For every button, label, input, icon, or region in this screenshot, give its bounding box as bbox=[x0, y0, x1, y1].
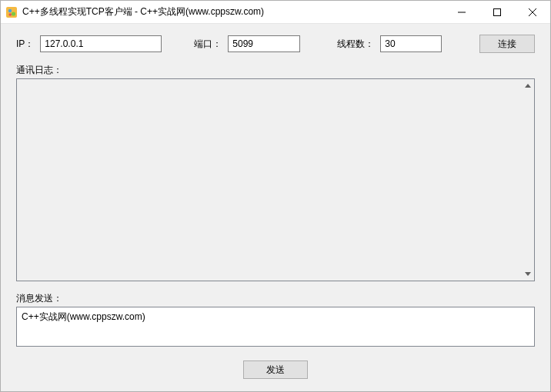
log-textarea[interactable] bbox=[16, 78, 535, 281]
port-input[interactable] bbox=[228, 35, 300, 52]
client-area: IP： 端口： 线程数： 连接 通讯日志： 消息发送： bbox=[1, 24, 550, 391]
maximize-button[interactable] bbox=[479, 1, 515, 23]
app-icon bbox=[5, 6, 18, 18]
port-label: 端口： bbox=[194, 38, 222, 51]
close-button[interactable] bbox=[515, 1, 550, 23]
log-section-label: 通讯日志： bbox=[16, 64, 535, 77]
window-controls bbox=[444, 1, 550, 23]
svg-point-2 bbox=[12, 12, 15, 15]
threads-input[interactable] bbox=[380, 35, 442, 52]
connect-button[interactable]: 连接 bbox=[479, 35, 535, 53]
log-container bbox=[16, 78, 535, 281]
svg-point-1 bbox=[8, 8, 12, 12]
minimize-button[interactable] bbox=[444, 1, 479, 23]
message-section-label: 消息发送： bbox=[16, 292, 535, 305]
svg-rect-0 bbox=[6, 7, 17, 18]
window-title: C++多线程实现TCP客户端 - C++实战网(www.cppszw.com) bbox=[22, 5, 444, 18]
send-button[interactable]: 发送 bbox=[243, 360, 308, 379]
send-row: 发送 bbox=[16, 360, 535, 379]
svg-point-3 bbox=[8, 13, 12, 16]
titlebar: C++多线程实现TCP客户端 - C++实战网(www.cppszw.com) bbox=[1, 1, 550, 24]
ip-input[interactable] bbox=[40, 35, 162, 52]
svg-rect-5 bbox=[494, 8, 501, 15]
threads-label: 线程数： bbox=[337, 38, 374, 51]
message-textarea[interactable] bbox=[16, 307, 535, 347]
app-window: C++多线程实现TCP客户端 - C++实战网(www.cppszw.com) … bbox=[0, 0, 551, 392]
ip-label: IP： bbox=[16, 38, 34, 51]
connection-row: IP： 端口： 线程数： 连接 bbox=[16, 35, 535, 53]
